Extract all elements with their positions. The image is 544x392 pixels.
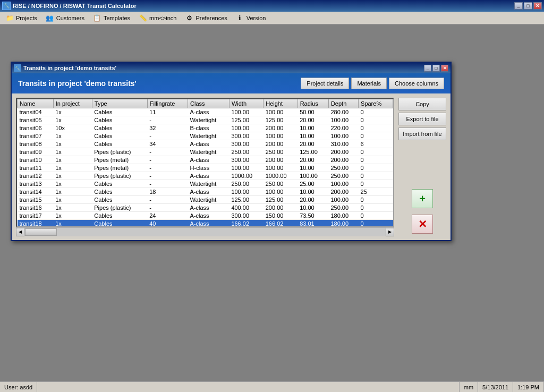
table-row[interactable]: transit091xPipes (plastic)-Watertight250… [18,148,393,156]
cell-in_project: 1x [53,196,92,204]
cell-in_project: 1x [53,172,92,180]
table-row[interactable]: transit071xCables-Watertight300.00100.00… [18,132,393,140]
cell-depth: 220.00 [328,124,358,132]
table-row[interactable]: transit151xCables-Watertight125.00125.00… [18,196,393,204]
scroll-left-arrow[interactable]: ◀ [16,228,24,236]
dialog-minimize-button[interactable]: _ [424,65,431,72]
app-icon: 🔧 [2,2,11,10]
copy-button[interactable]: Copy [398,98,446,110]
cell-class: A-class [188,140,230,148]
import-button[interactable]: Import from file [398,127,446,140]
templates-icon: 📋 [93,14,101,22]
horizontal-scrollbar[interactable]: ◀ ▶ [16,227,394,236]
dialog-maximize-button[interactable]: □ [432,65,440,72]
cell-class: Watertight [188,180,230,188]
cell-width: 100.00 [229,188,263,196]
cell-spare: 0 [359,164,393,172]
table-row[interactable]: transit081xCables34A-class300.00200.0020… [18,140,393,148]
app-maximize-button[interactable]: □ [524,2,532,10]
menu-item-customers[interactable]: 👥 Customers [41,12,89,24]
cell-depth: 250.00 [328,172,358,180]
status-middle [37,382,460,392]
table-row[interactable]: transit121xPipes (plastic)-A-class1000.0… [18,172,393,180]
cell-spare: 0 [359,108,393,116]
dialog-title-icon: 🔧 [14,64,21,72]
add-button[interactable]: + [412,189,433,208]
cell-name: transit10 [18,156,54,164]
cell-spare: 0 [359,132,393,140]
cell-fillingrate: - [147,116,188,124]
cell-fillingrate: 11 [147,108,188,116]
cell-height: 100.00 [264,164,298,172]
cell-class: A-class [188,220,230,227]
cell-depth: 180.00 [328,220,358,227]
delete-button[interactable]: ✕ [412,215,433,234]
cell-height: 200.00 [264,124,298,132]
status-bar: User: asdd mm 5/13/2011 1:19 PM [0,381,544,392]
table-row[interactable]: transit111xPipes (metal)-H-class100.0010… [18,164,393,172]
table-row[interactable]: transit041xCables11A-class100.00100.0050… [18,108,393,116]
cell-in_project: 1x [53,188,92,196]
cell-height: 100.00 [264,132,298,140]
cell-depth: 100.00 [328,180,358,188]
status-time: 1:19 PM [513,382,544,392]
menu-item-templates[interactable]: 📋 Templates [89,12,134,24]
cell-depth: 280.00 [328,108,358,116]
cell-width: 100.00 [229,124,263,132]
cell-type: Cables [92,196,147,204]
menu-item-projects[interactable]: 📁 Projects [1,12,41,24]
table-row[interactable]: transit141xCables18A-class100.00100.0010… [18,188,393,196]
cell-name: transit09 [18,148,54,156]
table-scroll[interactable]: Name In project Type Fillingrate Class W… [17,99,393,226]
app-minimize-button[interactable]: _ [514,2,523,10]
cell-type: Cables [92,116,147,124]
export-button[interactable]: Export to file [398,113,446,125]
cell-name: transit13 [18,180,54,188]
table-row[interactable]: transit181xCables40A-class166.02166.0283… [18,220,393,227]
cell-in_project: 10x [53,124,92,132]
cell-spare: 0 [359,196,393,204]
cell-fillingrate: 32 [147,124,188,132]
scroll-right-arrow[interactable]: ▶ [386,228,394,236]
dialog-window: 🔧 Transits in project 'demo transits' _ … [11,62,452,241]
table-row[interactable]: transit101xPipes (metal)-A-class300.0020… [18,156,393,164]
dialog-close-button[interactable]: ✕ [441,65,448,72]
cell-depth: 180.00 [328,212,358,220]
col-name: Name [18,99,54,108]
cell-depth: 200.00 [328,188,358,196]
cell-height: 200.00 [264,204,298,212]
scroll-track[interactable] [24,228,386,236]
cell-height: 125.00 [264,116,298,124]
table-row[interactable]: transit051xCables-Watertight125.00125.00… [18,116,393,124]
cell-type: Cables [92,220,147,227]
project-details-button[interactable]: Project details [301,78,349,89]
cell-width: 125.00 [229,116,263,124]
table-area: Name In project Type Fillingrate Class W… [16,98,394,236]
table-row[interactable]: transit0610xCables32B-class100.00200.001… [18,124,393,132]
col-fillingrate: Fillingrate [147,99,188,108]
choose-columns-button[interactable]: Choose columns [389,78,444,89]
table-row[interactable]: transit171xCables24A-class300.00150.0073… [18,212,393,220]
cell-radius: 10.00 [298,204,328,212]
menu-item-version[interactable]: ℹ Version [232,12,270,24]
cell-class: B-class [188,124,230,132]
table-row[interactable]: transit161xPipes (plastic)-A-class400.00… [18,204,393,212]
scroll-thumb[interactable] [25,228,57,236]
cell-radius: 125.00 [298,148,328,156]
app-close-button[interactable]: ✕ [533,2,542,10]
table-row[interactable]: transit131xCables-Watertight250.00250.00… [18,180,393,188]
cell-radius: 20.00 [298,116,328,124]
cell-name: transit16 [18,204,54,212]
cell-height: 125.00 [264,196,298,204]
cell-type: Cables [92,188,147,196]
cell-width: 1000.00 [229,172,263,180]
cell-fillingrate: 34 [147,140,188,148]
materials-button[interactable]: Materials [351,78,387,89]
app-title-bar: 🔧 RISE / NOFIRNO / RISWAT Transit Calcul… [0,0,544,12]
cell-name: transit05 [18,116,54,124]
menu-item-preferences[interactable]: ⚙ Preferences [181,12,231,24]
cell-class: A-class [188,172,230,180]
menu-item-mminch[interactable]: 📏 mm<>inch [134,12,181,24]
cell-width: 300.00 [229,140,263,148]
cell-class: A-class [188,188,230,196]
